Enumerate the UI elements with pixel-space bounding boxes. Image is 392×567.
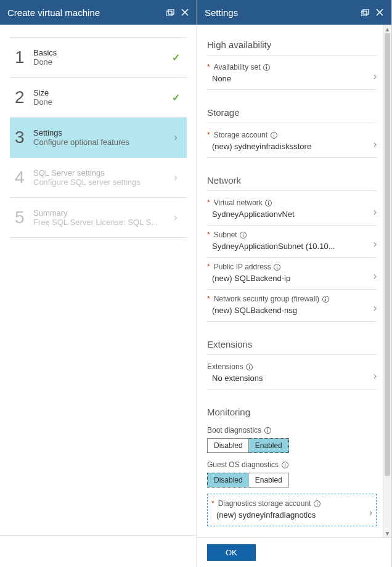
- svg-rect-13: [274, 133, 274, 134]
- info-icon[interactable]: [265, 199, 272, 206]
- svg-rect-27: [249, 366, 250, 369]
- scrollbar[interactable]: ▲ ▼: [383, 25, 391, 537]
- ok-button[interactable]: OK: [207, 544, 256, 561]
- required-indicator: *: [211, 499, 214, 508]
- boot-diag-disabled-button[interactable]: Disabled: [208, 439, 249, 452]
- info-icon[interactable]: [263, 63, 271, 71]
- field-nsg[interactable]: * Network security group (firewall) (new…: [207, 290, 377, 322]
- step-title: Settings: [33, 128, 169, 137]
- create-vm-title: Create virtual machine: [7, 7, 100, 18]
- info-icon[interactable]: [240, 231, 247, 239]
- field-diagnostics-storage[interactable]: * Diagnostics storage account (new) sydn…: [207, 494, 377, 526]
- info-icon[interactable]: [322, 295, 329, 303]
- settings-header-icons: [361, 8, 384, 17]
- field-extensions[interactable]: Extensions No extensions ›: [207, 357, 377, 390]
- guest-diag-enabled-button[interactable]: Enabled: [249, 473, 288, 487]
- chevron-right-icon: ›: [374, 206, 377, 217]
- required-indicator: *: [207, 63, 210, 71]
- required-indicator: *: [207, 131, 210, 139]
- step-sql-server-settings[interactable]: 4 SQL Server settings Configure SQL serv…: [10, 158, 187, 198]
- create-vm-header: Create virtual machine: [0, 0, 197, 25]
- step-subtitle: Done: [33, 97, 169, 107]
- scroll-up-icon[interactable]: ▲: [383, 25, 391, 33]
- section-heading: Storage: [207, 102, 377, 123]
- section-high-availability: High availability * Availability set Non…: [207, 35, 385, 90]
- section-network: Network * Virtual network SydneyApplicat…: [207, 170, 385, 322]
- svg-rect-18: [243, 234, 243, 237]
- required-indicator: *: [207, 295, 210, 303]
- step-subtitle: Free SQL Server License: SQL S...: [33, 218, 169, 227]
- chevron-right-icon: ›: [374, 138, 377, 149]
- close-icon[interactable]: [181, 8, 189, 17]
- field-public-ip[interactable]: * Public IP address (new) SQLBackend-ip …: [207, 258, 377, 290]
- close-icon[interactable]: [375, 8, 384, 17]
- boot-diag-enabled-button[interactable]: Enabled: [248, 438, 289, 453]
- restore-icon[interactable]: [166, 8, 174, 17]
- chevron-right-icon: ›: [374, 370, 377, 381]
- field-label-text: Public IP address: [214, 263, 271, 271]
- boot-diagnostics-toggle: Disabled Enabled: [207, 438, 289, 453]
- restore-icon[interactable]: [361, 8, 369, 17]
- section-heading: High availability: [207, 35, 377, 55]
- section-heading: Network: [207, 170, 377, 191]
- create-vm-header-icons: [166, 8, 189, 17]
- info-icon[interactable]: [270, 131, 277, 139]
- scroll-down-icon[interactable]: ▼: [383, 529, 391, 537]
- info-icon[interactable]: [313, 500, 321, 507]
- info-icon[interactable]: [264, 426, 271, 434]
- scrollbar-thumb[interactable]: [385, 33, 390, 476]
- svg-rect-25: [325, 297, 326, 298]
- check-icon: ✓: [172, 92, 180, 104]
- check-icon: ✓: [172, 52, 180, 63]
- boot-diagnostics-label: Boot diagnostics: [207, 426, 377, 434]
- field-label-text: Network security group (firewall): [214, 295, 319, 303]
- field-value: (new) SQLBackend-ip: [207, 274, 377, 283]
- settings-panel: Settings High availability * Availabilit…: [197, 0, 392, 567]
- step-settings[interactable]: 3 Settings Configure optional features ›: [10, 118, 187, 158]
- settings-header: Settings: [197, 0, 391, 25]
- svg-rect-5: [363, 9, 369, 14]
- field-storage-account[interactable]: * Storage account (new) sydneyinfradisks…: [207, 126, 377, 158]
- step-title: Summary: [33, 208, 169, 218]
- chevron-right-icon: ›: [174, 132, 177, 143]
- info-icon[interactable]: [246, 363, 253, 370]
- svg-rect-37: [317, 502, 317, 502]
- field-label-text: Storage account: [214, 131, 267, 139]
- field-subnet[interactable]: * Subnet SydneyApplicationSubnet (10.10.…: [207, 226, 377, 258]
- field-value: None: [207, 74, 377, 83]
- field-value: SydneyApplicationvNet: [207, 210, 377, 219]
- chevron-right-icon: ›: [374, 70, 377, 81]
- guest-diagnostics-toggle: Disabled Enabled: [207, 473, 289, 487]
- step-size[interactable]: 2 Size Done ✓: [10, 78, 187, 118]
- step-number: 2: [15, 88, 33, 107]
- svg-rect-0: [166, 11, 172, 16]
- svg-rect-16: [268, 201, 269, 202]
- field-value: (new) sydneyinfradisksstore: [207, 142, 377, 151]
- chevron-right-icon: ›: [374, 238, 377, 249]
- step-basics[interactable]: 1 Basics Done ✓: [10, 37, 187, 78]
- svg-rect-30: [267, 430, 268, 432]
- step-summary[interactable]: 5 Summary Free SQL Server License: SQL S…: [10, 198, 187, 238]
- field-virtual-network[interactable]: * Virtual network SydneyApplicationvNet …: [207, 194, 377, 226]
- field-availability-set[interactable]: * Availability set None ›: [207, 58, 377, 90]
- guest-diagnostics-label: Guest OS diagnostics: [207, 460, 377, 469]
- info-icon[interactable]: [274, 263, 281, 271]
- step-number: 3: [15, 128, 33, 147]
- step-subtitle: Configure SQL server settings: [33, 177, 169, 187]
- svg-rect-15: [268, 202, 269, 205]
- step-subtitle: Configure optional features: [33, 137, 169, 147]
- guest-diag-disabled-button[interactable]: Disabled: [207, 473, 250, 487]
- svg-rect-10: [266, 65, 267, 66]
- left-footer: [0, 535, 197, 567]
- section-storage: Storage * Storage account (new) sydneyin…: [207, 102, 385, 158]
- step-subtitle: Done: [33, 57, 169, 67]
- info-icon[interactable]: [281, 461, 288, 468]
- chevron-right-icon: ›: [174, 212, 177, 223]
- section-heading: Monitoring: [207, 402, 377, 418]
- settings-footer: OK: [197, 537, 391, 567]
- svg-rect-9: [266, 67, 267, 69]
- field-value: SydneyApplicationSubnet (10.10...: [207, 242, 377, 251]
- svg-rect-28: [249, 365, 250, 365]
- svg-rect-31: [267, 428, 268, 429]
- chevron-right-icon: ›: [174, 172, 177, 183]
